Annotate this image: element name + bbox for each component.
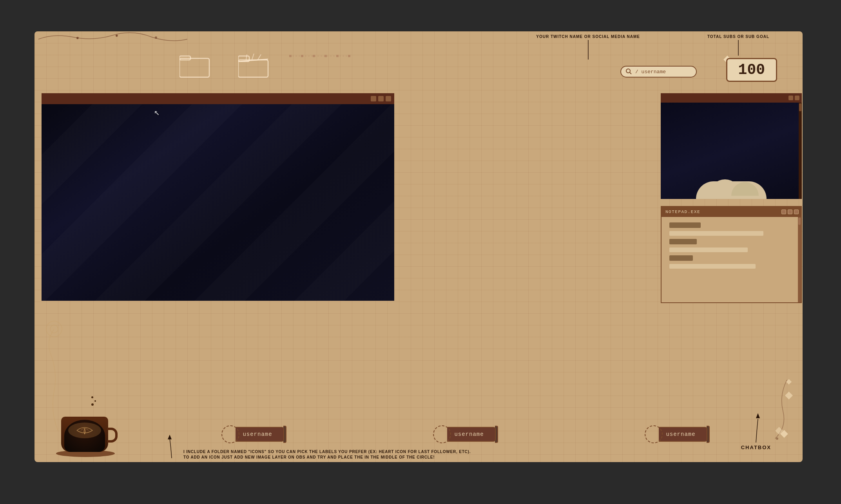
badge-2-label: username	[447, 427, 495, 442]
notepad-buttons	[781, 210, 799, 214]
svg-text:♥: ♥	[116, 34, 118, 38]
notepad-title: NOTEPAD.EXE	[665, 210, 700, 214]
game-window-close-btn[interactable]	[386, 96, 391, 101]
notepad-window: NOTEPAD.EXE	[661, 206, 802, 303]
game-window-titlebar	[42, 93, 394, 104]
icons-annotation: I INCLUDE A FOLDER NAMED "ICONS" SO YOU …	[183, 449, 471, 460]
main-game-window	[42, 93, 394, 301]
sub-goal-number: 100	[738, 61, 765, 78]
chatbox-text: CHATBOX	[741, 444, 771, 450]
username-badges-row: username username username	[148, 425, 783, 443]
svg-point-22	[626, 69, 630, 73]
subs-annotation: TOTAL SUBS OR SUB GOAL	[707, 34, 769, 57]
icons-note-line1: I INCLUDE A FOLDER NAMED "ICONS" SO YOU …	[183, 449, 471, 455]
notepad-minimize-btn[interactable]	[788, 210, 792, 214]
notepad-scrollbar-thumb	[798, 218, 801, 225]
cup-handle	[107, 428, 118, 443]
notepad-line-1	[669, 222, 701, 228]
svg-rect-14	[238, 60, 268, 77]
deco-grid-dots	[270, 47, 387, 70]
cloud-decoration	[680, 177, 782, 199]
coffee-splash-dots	[91, 396, 96, 406]
badge-2-text: username	[454, 431, 484, 437]
notepad-line-3	[669, 239, 697, 244]
sub-goal-box: 100	[726, 58, 777, 82]
notepad-line-4	[669, 247, 748, 252]
folder-open-icon	[238, 53, 270, 78]
folder-closed-icon	[179, 53, 211, 78]
right-top-titlebar	[661, 93, 802, 103]
twitch-name-annotation: YOUR TWITCH NAME OR SOCIAL MEDIA NAME	[536, 34, 640, 61]
subs-annotation-text: TOTAL SUBS OR SUB GOAL	[707, 34, 769, 39]
twitch-annotation-text: YOUR TWITCH NAME OR SOCIAL MEDIA NAME	[536, 34, 640, 39]
notepad-line-2	[669, 231, 763, 236]
notepad-scrollbar[interactable]	[798, 217, 801, 302]
svg-text:♥: ♥	[76, 36, 78, 40]
notepad-line-6	[669, 264, 756, 269]
badge-1-text: username	[243, 431, 272, 437]
search-icon	[626, 69, 632, 75]
right-top-minimize-btn[interactable]	[788, 96, 793, 100]
svg-line-23	[630, 72, 631, 74]
badge-3-label: username	[659, 427, 707, 442]
vine-decoration: ♥ ♥	[34, 31, 191, 63]
latte-art	[65, 421, 104, 440]
game-window-minimize-btn[interactable]	[371, 96, 376, 101]
svg-line-17	[246, 54, 247, 60]
svg-point-1	[116, 34, 118, 37]
coffee-cup-area	[50, 390, 121, 459]
notepad-content	[662, 217, 801, 302]
game-screen	[42, 104, 394, 301]
username-badge-3: username	[645, 425, 709, 443]
notepad-restore-btn[interactable]	[781, 210, 786, 214]
badge-3-text: username	[666, 431, 695, 437]
svg-point-0	[76, 37, 79, 39]
game-window-maximize-btn[interactable]	[378, 96, 384, 101]
svg-rect-12	[179, 58, 209, 77]
right-top-close-btn[interactable]	[795, 96, 799, 100]
main-canvas: ♥ ♥ YOUR TWITCH NAME	[34, 31, 803, 462]
username-badge-2: username	[433, 425, 498, 443]
search-value: / username	[635, 69, 666, 75]
username-badge-1: username	[221, 425, 286, 443]
right-top-scrollbar-thumb	[799, 103, 801, 111]
notepad-close-btn[interactable]	[794, 210, 799, 214]
svg-marker-30	[168, 435, 172, 439]
notepad-line-5	[669, 255, 693, 261]
icons-annotation-arrow	[156, 435, 187, 458]
notepad-titlebar: NOTEPAD.EXE	[662, 207, 801, 217]
folder-area	[179, 53, 270, 78]
badge-1-label: username	[236, 427, 284, 442]
right-top-screen	[661, 103, 802, 199]
right-top-window	[661, 93, 802, 199]
svg-line-19	[258, 54, 261, 60]
search-bar[interactable]: / username	[620, 66, 697, 78]
cup-body	[61, 417, 108, 452]
svg-marker-25	[785, 392, 793, 399]
cursor-arrow: ↖	[154, 107, 160, 118]
right-top-scrollbar[interactable]	[799, 103, 802, 199]
svg-line-18	[252, 54, 254, 60]
chatbox-label: CHATBOX	[741, 411, 771, 450]
svg-marker-31	[756, 413, 760, 418]
chatbox-arrow	[744, 411, 768, 443]
icons-note-line2: TO ADD AN ICON JUST ADD NEW IMAGE LAYER …	[183, 455, 471, 460]
svg-point-2	[155, 36, 157, 39]
